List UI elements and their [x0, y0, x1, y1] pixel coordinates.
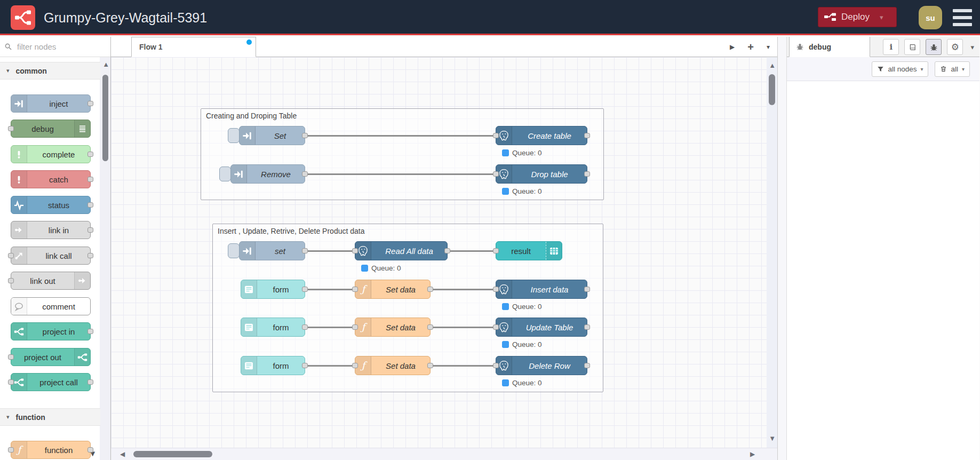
- flow-node-Create-table[interactable]: Create table: [496, 126, 587, 145]
- output-port[interactable]: [584, 363, 590, 368]
- flow-node-form[interactable]: form: [241, 318, 305, 337]
- flow-node-result[interactable]: result: [496, 241, 562, 260]
- palette-node-function[interactable]: ƒfunction: [11, 441, 91, 459]
- inject-button[interactable]: [219, 166, 231, 181]
- flow-node-Set[interactable]: Set: [239, 126, 305, 145]
- canvas-scroll-left-icon[interactable]: ◀: [120, 450, 125, 458]
- palette-scroll-up-icon[interactable]: ▲: [102, 60, 109, 68]
- flow-node-Update-Table[interactable]: Update Table: [496, 318, 587, 337]
- output-port[interactable]: [87, 152, 93, 157]
- output-port[interactable]: [427, 363, 433, 368]
- canvas-scroll-down-icon[interactable]: ▼: [769, 434, 776, 442]
- input-port[interactable]: [493, 363, 499, 368]
- inject-button[interactable]: [228, 243, 240, 258]
- canvas-scroll-right-icon[interactable]: ▶: [750, 450, 755, 458]
- palette-node-project-call[interactable]: project call: [11, 373, 91, 391]
- input-port[interactable]: [493, 287, 499, 292]
- flow-canvas[interactable]: ▲ ▼ Creating and Droping TableInsert , U…: [111, 57, 777, 448]
- flow-node-set[interactable]: set: [239, 241, 305, 260]
- main-menu-button[interactable]: [953, 9, 972, 26]
- palette-node-project-in[interactable]: project in: [11, 322, 91, 340]
- filter-nodes-input[interactable]: [16, 42, 96, 52]
- palette-node-complete[interactable]: complete: [11, 145, 91, 163]
- flow-group[interactable]: Creating and Droping Table: [201, 108, 604, 200]
- palette-node-link-in[interactable]: link in: [11, 221, 91, 239]
- output-port[interactable]: [584, 133, 590, 138]
- debug-filter-button[interactable]: all nodes ▾: [872, 61, 928, 77]
- tab-debug[interactable]: debug: [789, 37, 870, 57]
- output-port[interactable]: [302, 324, 308, 330]
- input-port[interactable]: [493, 133, 499, 138]
- input-port[interactable]: [8, 447, 14, 453]
- input-port[interactable]: [493, 171, 499, 177]
- flow-node-Remove[interactable]: Remove: [230, 164, 305, 184]
- flow-node-Set-data[interactable]: ƒSet data: [355, 318, 431, 337]
- user-avatar[interactable]: su: [919, 6, 942, 29]
- output-port[interactable]: [87, 329, 93, 334]
- flow-node-Delete-Row[interactable]: Delete Row: [496, 356, 587, 375]
- output-port[interactable]: [444, 248, 450, 253]
- flow-node-Read-All-data[interactable]: Read All data: [355, 241, 448, 260]
- flow-node-Set-data[interactable]: ƒSet data: [355, 280, 431, 299]
- input-port[interactable]: [493, 324, 499, 330]
- debug-tab-button[interactable]: [926, 39, 942, 55]
- wire[interactable]: [305, 173, 496, 175]
- input-port[interactable]: [352, 248, 358, 253]
- add-flow-button[interactable]: +: [747, 41, 754, 53]
- flow-node-form[interactable]: form: [241, 280, 305, 299]
- output-port[interactable]: [87, 177, 93, 182]
- output-port[interactable]: [87, 202, 93, 208]
- deploy-button[interactable]: Deploy ▾: [818, 7, 897, 27]
- flow-node-Insert-data[interactable]: Insert data: [496, 280, 587, 299]
- config-tab-button[interactable]: ⚙: [947, 39, 963, 55]
- palette-search[interactable]: [0, 37, 110, 57]
- debug-clear-button[interactable]: all ▾: [935, 61, 970, 77]
- input-port[interactable]: [8, 278, 14, 283]
- wire[interactable]: [305, 135, 496, 137]
- output-port[interactable]: [302, 363, 308, 368]
- palette-node-comment[interactable]: comment: [11, 297, 91, 315]
- palette-scrollbar[interactable]: ▲: [100, 57, 110, 460]
- tab-flow-1[interactable]: Flow 1: [131, 37, 256, 57]
- palette-node-inject[interactable]: inject: [11, 94, 91, 113]
- deploy-options-chevron-icon[interactable]: ▾: [880, 13, 883, 21]
- palette-node-project-out[interactable]: project out: [11, 348, 91, 366]
- output-port[interactable]: [427, 287, 433, 292]
- output-port[interactable]: [302, 171, 308, 177]
- sidebar-collapse-chevron-icon[interactable]: ▾: [970, 43, 974, 51]
- canvas-vscrollbar[interactable]: ▲ ▼: [767, 57, 777, 448]
- tab-scroll-right-icon[interactable]: ▶: [730, 43, 735, 51]
- tab-list-chevron-icon[interactable]: ▾: [767, 43, 770, 51]
- palette-node-link-out[interactable]: link out: [11, 272, 91, 290]
- wire[interactable]: [431, 365, 496, 367]
- flow-node-form[interactable]: form: [241, 356, 305, 375]
- output-port[interactable]: [427, 324, 433, 330]
- wire[interactable]: [305, 250, 355, 252]
- output-port[interactable]: [87, 101, 93, 106]
- input-port[interactable]: [352, 287, 358, 292]
- wire[interactable]: [431, 289, 496, 290]
- palette-node-debug[interactable]: debug: [11, 120, 91, 138]
- wire[interactable]: [305, 365, 355, 367]
- input-port[interactable]: [493, 248, 499, 253]
- inject-button[interactable]: [228, 128, 240, 143]
- info-tab-button[interactable]: i: [883, 39, 899, 55]
- input-port[interactable]: [352, 363, 358, 368]
- palette-node-catch[interactable]: catch: [11, 170, 91, 188]
- wire[interactable]: [305, 289, 355, 290]
- output-port[interactable]: [87, 253, 93, 258]
- canvas-scroll-up-icon[interactable]: ▲: [769, 61, 776, 69]
- palette-category-function[interactable]: ▾function: [0, 408, 100, 426]
- output-port[interactable]: [87, 227, 93, 233]
- input-port[interactable]: [8, 253, 14, 258]
- canvas-hscrollbar-thumb[interactable]: [133, 451, 212, 457]
- palette-scrollbar-thumb[interactable]: [102, 75, 108, 161]
- palette-node-link-call[interactable]: link call: [11, 247, 91, 265]
- input-port[interactable]: [352, 324, 358, 330]
- wire[interactable]: [431, 327, 496, 328]
- output-port[interactable]: [584, 171, 590, 177]
- wire[interactable]: [448, 250, 496, 252]
- output-port[interactable]: [584, 324, 590, 330]
- canvas-hscrollbar[interactable]: ◀ ▶: [111, 448, 777, 460]
- output-port[interactable]: [302, 248, 308, 253]
